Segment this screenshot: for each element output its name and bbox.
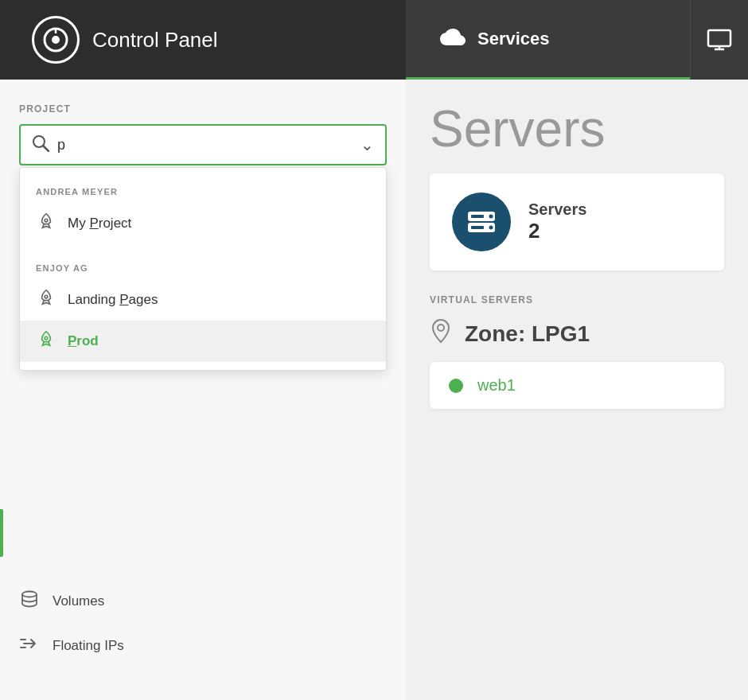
floating-ips-icon [19,635,40,657]
virtual-servers-label: VIRTUAL SERVERS [430,294,724,305]
volumes-icon [19,590,40,612]
rocket-icon-1 [36,212,56,235]
svg-rect-16 [471,215,484,218]
project-label: PROJECT [19,103,387,115]
svg-point-10 [45,336,48,340]
search-input[interactable] [57,137,353,154]
server-name: web1 [477,376,516,395]
top-nav: Control Panel Services [0,0,748,80]
dropdown-item-prod[interactable]: Prod [20,321,386,362]
sidebar: PROJECT ⌄ ANDREA MEYER [0,80,406,700]
svg-rect-3 [708,30,730,46]
dropdown-item-label: Prod [68,333,99,349]
dropdown-divider [20,244,386,252]
chevron-down-icon[interactable]: ⌄ [360,135,374,154]
servers-info: Servers 2 [528,200,586,243]
servers-card-count: 2 [528,219,586,243]
dropdown-item-landing-pages[interactable]: Landing Pages [20,279,386,321]
group-label-andrea: ANDREA MEYER [20,176,386,203]
page-title: Servers [430,103,724,154]
main-layout: PROJECT ⌄ ANDREA MEYER [0,80,748,700]
sidebar-item-floating-ips[interactable]: Floating IPs [19,624,387,668]
brand-icon [32,16,80,64]
group-label-enjoy: ENJOY AG [20,252,386,279]
svg-point-1 [52,36,60,44]
floating-ips-label: Floating IPs [53,638,124,654]
brand-title: Control Panel [92,28,218,52]
sidebar-active-bar [0,509,3,557]
svg-point-14 [489,215,493,219]
dropdown-item-label: My Project [68,216,131,231]
dropdown-item-label: Landing Pages [68,292,158,308]
nav-services-label: Services [477,29,550,49]
svg-point-15 [489,226,493,230]
nav-brand: Control Panel [0,0,406,80]
servers-card[interactable]: Servers 2 [430,173,724,270]
nav-extra[interactable] [690,0,748,80]
search-icon [32,134,49,155]
zone-row: Zone: LPG1 [430,318,724,349]
server-icon-circle [452,192,511,251]
rocket-icon-3 [36,330,56,352]
server-list-item[interactable]: web1 [430,362,724,409]
svg-line-7 [44,146,49,152]
nav-services[interactable]: Services [406,0,690,80]
svg-point-18 [438,325,444,331]
content-area: Servers Servers 2 VIRTUAL SERVERS [406,80,748,700]
zone-label: Zone: LPG1 [465,321,590,347]
sidebar-bottom-nav: Volumes Floating IPs [19,579,387,668]
zone-pin-icon [430,318,452,349]
dropdown-item-my-project[interactable]: My Project [20,203,386,244]
volumes-label: Volumes [53,593,104,609]
svg-point-9 [45,295,48,298]
servers-card-label: Servers [528,200,586,219]
project-dropdown: ANDREA MEYER My Project ENJOY AG [19,167,387,371]
project-search-box[interactable]: ⌄ [19,124,387,165]
status-dot-online [449,379,463,393]
svg-rect-17 [471,226,484,229]
sidebar-item-volumes[interactable]: Volumes [19,579,387,624]
rocket-icon-2 [36,289,56,311]
cloud-icon [438,26,466,52]
svg-point-11 [22,592,37,597]
svg-point-8 [45,219,48,222]
